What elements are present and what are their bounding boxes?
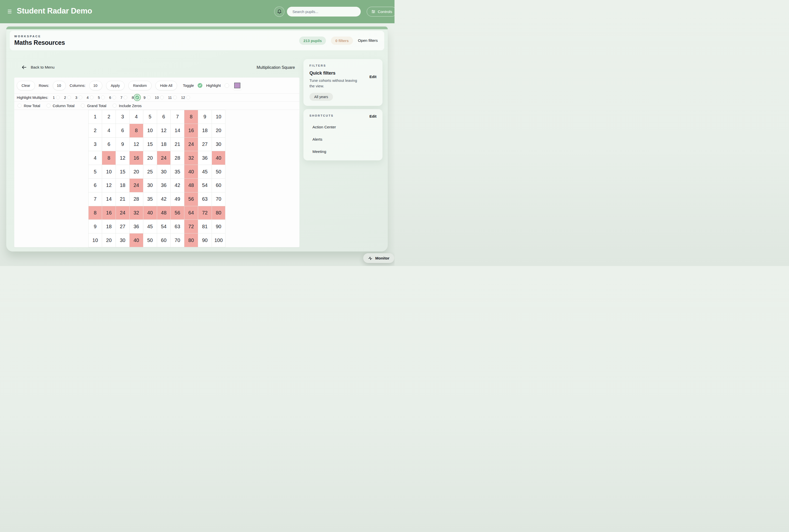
hamburger-menu-icon[interactable] <box>8 10 12 13</box>
grid-cell[interactable]: 16 <box>129 151 143 165</box>
grid-cell[interactable]: 9 <box>198 110 212 124</box>
grid-cell[interactable]: 42 <box>171 178 185 192</box>
grid-cell[interactable]: 18 <box>157 137 171 151</box>
controls-button[interactable]: Controls <box>367 7 394 17</box>
grid-cell[interactable]: 18 <box>102 220 116 233</box>
multiple-checkbox[interactable] <box>56 96 60 99</box>
multiple-checkbox[interactable] <box>101 96 105 99</box>
grid-cell[interactable]: 20 <box>129 165 143 179</box>
grid-cell[interactable]: 10 <box>212 110 225 124</box>
grid-cell[interactable]: 63 <box>198 192 212 206</box>
clear-button[interactable]: Clear <box>17 81 35 90</box>
total-checkbox[interactable] <box>46 103 51 108</box>
grid-cell[interactable]: 30 <box>157 165 171 179</box>
grid-cell[interactable]: 35 <box>143 192 157 206</box>
grid-cell[interactable]: 12 <box>102 178 116 192</box>
grid-cell[interactable]: 1 <box>88 110 102 124</box>
grid-cell[interactable]: 50 <box>143 233 157 247</box>
multiple-checkbox[interactable] <box>173 96 177 99</box>
grid-cell[interactable]: 90 <box>212 220 225 233</box>
grid-cell[interactable]: 24 <box>185 137 198 151</box>
grid-cell[interactable]: 63 <box>171 220 185 233</box>
grid-cell[interactable]: 9 <box>116 137 130 151</box>
multiple-option-12[interactable]: 12 <box>181 96 190 100</box>
grid-cell[interactable]: 30 <box>143 178 157 192</box>
grid-cell[interactable]: 36 <box>157 178 171 192</box>
grid-cell[interactable]: 45 <box>198 165 212 179</box>
multiple-option-8[interactable]: 8 <box>132 95 139 100</box>
total-checkbox[interactable] <box>113 103 117 108</box>
multiple-checkbox-checked[interactable] <box>135 95 139 100</box>
rows-input[interactable] <box>53 81 66 90</box>
apply-button[interactable]: Apply <box>106 81 124 90</box>
grid-cell[interactable]: 80 <box>185 233 198 247</box>
grid-cell[interactable]: 21 <box>116 192 130 206</box>
grid-cell[interactable]: 5 <box>88 165 102 179</box>
multiple-option-10[interactable]: 10 <box>155 96 164 100</box>
filters-edit-button[interactable]: Edit <box>369 75 377 79</box>
total-option-grand-total[interactable]: Grand Total <box>81 103 106 108</box>
multiple-checkbox[interactable] <box>160 96 164 99</box>
total-option-include-zeros[interactable]: Include Zeros <box>113 103 141 108</box>
multiple-option-2[interactable]: 2 <box>64 96 71 100</box>
grid-cell[interactable]: 14 <box>102 192 116 206</box>
grid-cell[interactable]: 20 <box>143 151 157 165</box>
hide-all-button[interactable]: Hide All <box>155 81 177 90</box>
grid-cell[interactable]: 27 <box>116 220 130 233</box>
grid-cell[interactable]: 4 <box>129 110 143 124</box>
grid-cell[interactable]: 70 <box>212 192 225 206</box>
grid-cell[interactable]: 14 <box>171 124 185 137</box>
grid-cell[interactable]: 5 <box>143 110 157 124</box>
multiple-checkbox[interactable] <box>123 96 127 99</box>
grid-cell[interactable]: 12 <box>116 151 130 165</box>
total-option-column-total[interactable]: Column Total <box>46 103 75 108</box>
grid-cell[interactable]: 4 <box>88 151 102 165</box>
toggle-checkbox[interactable] <box>198 83 203 88</box>
grid-cell[interactable]: 18 <box>116 178 130 192</box>
grid-cell[interactable]: 24 <box>157 151 171 165</box>
multiple-option-6[interactable]: 6 <box>109 96 116 100</box>
monitor-button[interactable]: Monitor <box>363 253 394 263</box>
grid-cell[interactable]: 15 <box>143 137 157 151</box>
grid-cell[interactable]: 8 <box>185 110 198 124</box>
shortcut-item-alerts[interactable]: Alerts <box>312 137 377 141</box>
grid-cell[interactable]: 3 <box>116 110 130 124</box>
grid-cell[interactable]: 28 <box>129 192 143 206</box>
grid-cell[interactable]: 21 <box>171 137 185 151</box>
notifications-button[interactable] <box>274 6 285 17</box>
shortcut-item-meeting[interactable]: Meeting <box>312 149 377 154</box>
grid-cell[interactable]: 30 <box>116 233 130 247</box>
grid-cell[interactable]: 40 <box>212 151 225 165</box>
multiple-option-4[interactable]: 4 <box>86 96 94 100</box>
grid-cell[interactable]: 25 <box>143 165 157 179</box>
grid-cell[interactable]: 30 <box>212 137 225 151</box>
grid-cell[interactable]: 15 <box>116 165 130 179</box>
grid-cell[interactable]: 81 <box>198 220 212 233</box>
grid-cell[interactable]: 60 <box>212 178 225 192</box>
grid-cell[interactable]: 12 <box>157 124 171 137</box>
grid-cell[interactable]: 40 <box>185 165 198 179</box>
grid-cell[interactable]: 2 <box>102 110 116 124</box>
grid-cell[interactable]: 16 <box>185 124 198 137</box>
all-years-chip[interactable]: All years <box>309 93 333 101</box>
grid-cell[interactable]: 48 <box>157 206 171 220</box>
grid-cell[interactable]: 56 <box>185 192 198 206</box>
grid-cell[interactable]: 3 <box>88 137 102 151</box>
grid-cell[interactable]: 90 <box>198 233 212 247</box>
grid-cell[interactable]: 16 <box>102 206 116 220</box>
shortcut-item-action-center[interactable]: Action Center <box>312 125 377 129</box>
back-to-menu-button[interactable]: Back to Menu <box>22 65 55 70</box>
total-option-row-total[interactable]: Row Total <box>18 103 40 108</box>
grid-cell[interactable]: 72 <box>198 206 212 220</box>
grid-cell[interactable]: 6 <box>116 124 130 137</box>
multiple-option-1[interactable]: 1 <box>53 96 60 100</box>
columns-input[interactable] <box>89 81 102 90</box>
grid-cell[interactable]: 40 <box>143 206 157 220</box>
grid-cell[interactable]: 20 <box>102 233 116 247</box>
grid-cell[interactable]: 20 <box>212 124 225 137</box>
grid-cell[interactable]: 24 <box>129 178 143 192</box>
grid-cell[interactable]: 40 <box>129 233 143 247</box>
grid-cell[interactable]: 24 <box>116 206 130 220</box>
multiple-checkbox[interactable] <box>79 96 82 99</box>
grid-cell[interactable]: 72 <box>185 220 198 233</box>
